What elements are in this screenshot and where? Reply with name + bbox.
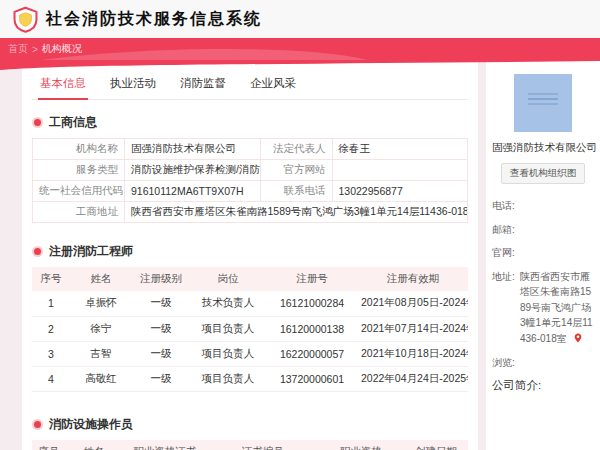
map-pin-icon[interactable] bbox=[573, 332, 583, 349]
table-row: 服务类型 消防设施维护保养检测/消防安全评估 官方网站 bbox=[33, 160, 468, 181]
table-header-row: 序号姓名注册级别岗位注册号注册有效期 bbox=[32, 267, 468, 291]
table-row: 机构名称 固强消防技术有限公司 法定代表人 徐春王 bbox=[33, 139, 468, 160]
intro-label: 公司简介: bbox=[492, 379, 541, 391]
column-header: 创建日期 bbox=[404, 440, 468, 450]
table-cell: 徐宁 bbox=[70, 316, 132, 341]
table-header-row: 序号姓名职业资格证书证书编号职业资格创建日期 bbox=[32, 440, 468, 450]
table-cell: 2021年10月18日-2024年10月18日 bbox=[358, 341, 468, 366]
section-title-text: 工商信息 bbox=[49, 114, 97, 131]
section-title-text: 注册消防工程师 bbox=[49, 243, 133, 260]
column-header: 职业资格 bbox=[318, 440, 404, 450]
table-cell: 一级 bbox=[132, 366, 190, 391]
website-value bbox=[332, 160, 468, 181]
section-bullet-icon bbox=[34, 119, 41, 126]
view-org-chart-button[interactable]: 查看机构组织图 bbox=[501, 163, 586, 184]
section-title-text: 消防设施操作员 bbox=[49, 416, 133, 433]
breadcrumb-separator: > bbox=[32, 44, 38, 55]
main-panel: 基本信息 执业活动 消防监督 企业风采 工商信息 机构名称 固强消防技术有限公司… bbox=[22, 60, 478, 450]
address-value: 陕西省西安市雁塔区朱雀南路1589号南飞鸿广场3幢1单元14层11436-018… bbox=[520, 269, 594, 349]
section-engineers: 注册消防工程师 bbox=[34, 243, 468, 260]
views-label: 浏览: bbox=[492, 357, 515, 368]
sidebar-views-row: 浏览: bbox=[492, 356, 594, 370]
section-bullet-icon bbox=[34, 248, 41, 255]
table-cell: 项目负责人 bbox=[190, 366, 266, 391]
column-header: 职业资格证书 bbox=[122, 440, 208, 450]
column-header: 姓名 bbox=[70, 267, 132, 291]
address-text: 陕西省西安市雁塔区朱雀南路1589号南飞鸿广场3幢1单元14层11436-018… bbox=[131, 205, 468, 217]
breadcrumb-current: 机构概况 bbox=[42, 42, 82, 56]
table-cell: 项目负责人 bbox=[190, 341, 266, 366]
breadcrumb-home-link[interactable]: 首页 bbox=[8, 42, 28, 56]
sidebar-email-row: 邮箱: bbox=[492, 222, 594, 238]
field-label: 统一社会信用代码 bbox=[33, 181, 125, 202]
content-area: 基本信息 执业活动 消防监督 企业风采 工商信息 机构名称 固强消防技术有限公司… bbox=[0, 60, 600, 450]
sidebar-phone-row: 电话: bbox=[492, 198, 594, 214]
engineers-table: 序号姓名注册级别岗位注册号注册有效期 1卓振怀一级技术负责人1612100028… bbox=[32, 267, 468, 392]
table-cell: 项目负责人 bbox=[190, 316, 266, 341]
section-bullet-icon bbox=[34, 421, 41, 428]
field-label: 工商地址 bbox=[33, 202, 125, 223]
table-cell: 2021年08月05日-2024年08月05日 bbox=[358, 291, 468, 316]
column-header: 注册有效期 bbox=[358, 267, 468, 291]
table-cell: 卓振怀 bbox=[70, 291, 132, 316]
table-cell: 16220000057 bbox=[266, 341, 358, 366]
operators-table: 序号姓名职业资格证书证书编号职业资格创建日期 1戴文强四级/中级技能193600… bbox=[32, 440, 468, 450]
sidebar-company-name: 固强消防技术有限公司 bbox=[492, 141, 594, 155]
table-row: 1卓振怀一级技术负责人161210002842021年08月05日-2024年0… bbox=[32, 291, 468, 316]
legal-rep-value: 徐春王 bbox=[332, 139, 468, 160]
column-header: 序号 bbox=[32, 267, 70, 291]
shield-logo-icon bbox=[12, 6, 39, 33]
field-label: 法定代表人 bbox=[260, 139, 332, 160]
tab-bar: 基本信息 执业活动 消防监督 企业风采 bbox=[32, 68, 468, 100]
table-cell: 一级 bbox=[132, 341, 190, 366]
table-cell: 一级 bbox=[132, 291, 190, 316]
tab-basic-info[interactable]: 基本信息 bbox=[38, 72, 88, 100]
phone-value: 13022956877 bbox=[332, 181, 468, 202]
address-value: 陕西省西安市雁塔区朱雀南路1589号南飞鸿广场3幢1单元14层11436-018… bbox=[125, 202, 468, 223]
service-type-value: 消防设施维护保养检测/消防安全评估 bbox=[125, 160, 261, 181]
sidebar-website-row: 官网: bbox=[492, 245, 594, 261]
company-sidebar: 固强消防技术有限公司 查看机构组织图 电话: 邮箱: 官网: 地址: 陕西省西安 bbox=[486, 60, 600, 450]
table-cell: 1 bbox=[32, 291, 70, 316]
table-cell: 16121000284 bbox=[266, 291, 358, 316]
column-header: 序号 bbox=[32, 440, 66, 450]
column-header: 证书编号 bbox=[208, 440, 318, 450]
email-label: 邮箱: bbox=[492, 222, 520, 238]
sidebar-address-row: 地址: 陕西省西安市雁塔区朱雀南路1589号南飞鸿广场3幢1单元14层11436… bbox=[492, 269, 594, 349]
table-cell: 2 bbox=[32, 316, 70, 341]
field-label: 官方网站 bbox=[260, 160, 332, 181]
credit-code-value: 91610112MA6TT9X07H bbox=[125, 181, 261, 202]
table-cell: 4 bbox=[32, 366, 70, 391]
breadcrumb: 首页 > 机构概况 bbox=[0, 38, 600, 60]
breadcrumb-banner: 首页 > 机构概况 bbox=[0, 38, 600, 60]
app-header: 社会消防技术服务信息系统 bbox=[0, 0, 600, 38]
column-header: 注册级别 bbox=[132, 267, 190, 291]
business-info-table: 机构名称 固强消防技术有限公司 法定代表人 徐春王 服务类型 消防设施维护保养检… bbox=[32, 138, 468, 223]
table-cell: 2022年04月24日-2025年04月24日 bbox=[358, 366, 468, 391]
address-label: 地址: bbox=[492, 269, 520, 349]
table-cell: 16120000138 bbox=[266, 316, 358, 341]
field-label: 联系电话 bbox=[260, 181, 332, 202]
table-cell: 13720000601 bbox=[266, 366, 358, 391]
table-cell: 一级 bbox=[132, 316, 190, 341]
table-cell: 技术负责人 bbox=[190, 291, 266, 316]
tab-fire-supervision[interactable]: 消防监督 bbox=[178, 72, 228, 99]
column-header: 姓名 bbox=[66, 440, 122, 450]
website-value bbox=[520, 245, 594, 261]
page: 社会消防技术服务信息系统 首页 > 机构概况 基本信息 执业活动 消防监督 企业… bbox=[0, 0, 600, 450]
field-label: 服务类型 bbox=[33, 160, 125, 181]
table-row: 工商地址 陕西省西安市雁塔区朱雀南路1589号南飞鸿广场3幢1单元14层1143… bbox=[33, 202, 468, 223]
phone-value bbox=[520, 198, 594, 214]
table-cell: 高敬红 bbox=[70, 366, 132, 391]
sidebar-intro-row: 公司简介: bbox=[492, 378, 594, 393]
section-operators: 消防设施操作员 bbox=[34, 416, 468, 433]
tab-company-showcase[interactable]: 企业风采 bbox=[248, 72, 298, 99]
tab-practice-activity[interactable]: 执业活动 bbox=[108, 72, 158, 99]
table-row: 4高敬红一级项目负责人137200006012022年04月24日-2025年0… bbox=[32, 366, 468, 391]
company-logo-image bbox=[514, 74, 572, 132]
table-row: 2徐宁一级项目负责人161200001382021年07月14日-2024年07… bbox=[32, 316, 468, 341]
column-header: 岗位 bbox=[190, 267, 266, 291]
table-row: 统一社会信用代码 91610112MA6TT9X07H 联系电话 1302295… bbox=[33, 181, 468, 202]
app-title: 社会消防技术服务信息系统 bbox=[46, 9, 262, 30]
email-value bbox=[520, 222, 594, 238]
